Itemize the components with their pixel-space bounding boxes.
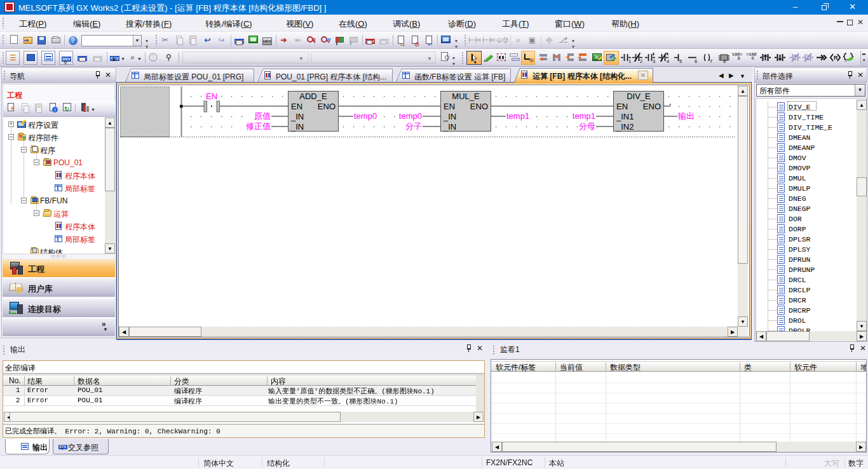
svg-text:_IN: _IN xyxy=(443,112,456,121)
svg-text:输出: 输出 xyxy=(677,111,695,121)
svg-text:3: 3 xyxy=(653,58,655,64)
svg-text:temp1: temp1 xyxy=(506,111,529,121)
svg-text:ENO: ENO xyxy=(643,102,661,111)
svg-text:R: R xyxy=(834,55,838,61)
svg-text:1: 1 xyxy=(628,58,631,64)
svg-text:分母: 分母 xyxy=(579,121,595,131)
svg-text:_IN2: _IN2 xyxy=(616,122,634,132)
svg-text:_IN: _IN xyxy=(290,112,304,121)
svg-text:6: 6 xyxy=(695,58,697,64)
svg-text:ENO: ENO xyxy=(470,102,488,111)
svg-text:DIV_E: DIV_E xyxy=(627,92,651,101)
svg-text:temp0: temp0 xyxy=(354,111,377,121)
svg-text:EN: EN xyxy=(616,102,628,111)
svg-text:原值: 原值 xyxy=(254,111,271,121)
svg-text:7: 7 xyxy=(710,58,712,64)
svg-text:ENO: ENO xyxy=(318,102,336,111)
svg-text:分子: 分子 xyxy=(405,121,422,131)
svg-text:MUL_E: MUL_E xyxy=(452,92,480,101)
svg-text:temp0: temp0 xyxy=(399,111,422,121)
svg-text:4: 4 xyxy=(667,58,669,64)
svg-text:_IN: _IN xyxy=(290,122,304,132)
svg-text:EN: EN xyxy=(444,102,455,111)
svg-text:_IN1: _IN1 xyxy=(616,112,634,121)
svg-text:5: 5 xyxy=(679,58,682,64)
svg-text:1: 1 xyxy=(123,88,127,97)
svg-text:8: 8 xyxy=(723,58,726,64)
svg-text:EN: EN xyxy=(291,102,302,111)
svg-text:ADD_E: ADD_E xyxy=(299,92,327,101)
svg-text:temp1: temp1 xyxy=(573,111,595,121)
svg-text:2: 2 xyxy=(640,58,642,64)
svg-text:修正值: 修正值 xyxy=(246,121,271,131)
svg-text:_IN: _IN xyxy=(443,122,456,132)
svg-text:EN: EN xyxy=(206,92,217,101)
